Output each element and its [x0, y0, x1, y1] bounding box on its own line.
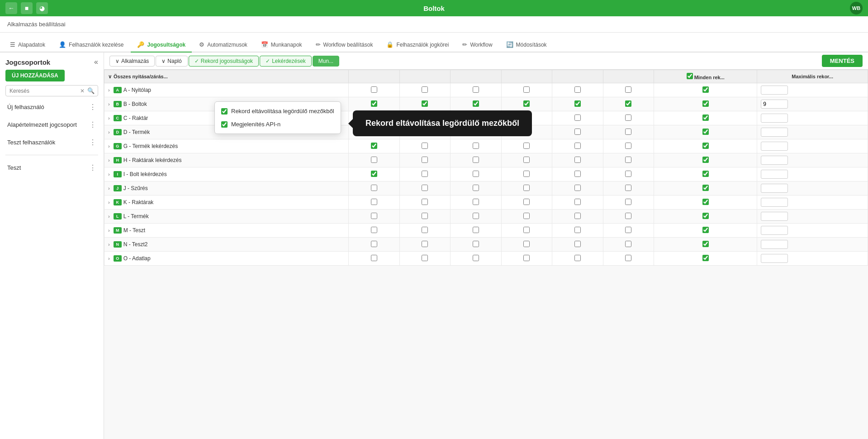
row-checkbox-4[interactable]	[574, 143, 581, 149]
row-checkbox-1[interactable]	[422, 241, 428, 247]
row-checkbox-4[interactable]	[574, 227, 581, 233]
row-checkbox-2[interactable]	[473, 255, 479, 261]
group-menu-button-1[interactable]: ⋮	[89, 120, 96, 129]
row-checkbox-5[interactable]	[625, 213, 631, 219]
row-expand-button[interactable]: ›	[108, 256, 110, 261]
row-checkbox-5[interactable]	[625, 129, 631, 135]
save-button[interactable]: MENTÉS	[822, 55, 863, 67]
row-minden-rek-checkbox[interactable]	[702, 213, 709, 219]
tab-alapadatok[interactable]: ☰ Alapadatok	[4, 38, 52, 52]
row-checkbox-1[interactable]	[422, 100, 428, 107]
row-minden-rek-checkbox[interactable]	[702, 100, 709, 107]
sidebar-collapse-button[interactable]: «	[94, 58, 98, 66]
group-menu-button-2[interactable]: ⋮	[89, 138, 96, 147]
tab-felhasznalok-jogkorei[interactable]: 🔒 Felhasználók jogkörei	[380, 38, 455, 52]
row-checkbox-1[interactable]	[422, 143, 428, 149]
row-minden-rek-checkbox[interactable]	[702, 129, 709, 135]
minden-rek-header-checkbox[interactable]	[687, 73, 693, 79]
row-max-rekord-input[interactable]	[761, 142, 788, 151]
row-checkbox-2[interactable]	[473, 185, 479, 191]
row-checkbox-4[interactable]	[574, 213, 581, 219]
user-avatar[interactable]: WB	[850, 2, 863, 14]
row-checkbox-0[interactable]	[371, 157, 377, 163]
search-clear-button[interactable]: ✕	[80, 88, 85, 94]
clock-button[interactable]: ◕	[36, 2, 48, 14]
row-checkbox-4[interactable]	[574, 86, 581, 93]
tab-workflow-beallitasok[interactable]: ✏ Workflow beállítások	[309, 38, 379, 52]
row-checkbox-5[interactable]	[625, 241, 631, 247]
row-checkbox-2[interactable]	[473, 171, 479, 177]
row-checkbox-0[interactable]	[371, 86, 377, 93]
row-max-rekord-input[interactable]	[761, 226, 788, 235]
row-checkbox-4[interactable]	[574, 255, 581, 261]
tab-modositasok[interactable]: 🔄 Módosítások	[500, 38, 553, 52]
rekord-eltavolitasa-checkbox[interactable]	[221, 108, 228, 115]
row-minden-rek-checkbox[interactable]	[702, 171, 709, 177]
sidebar-item-teszt[interactable]: Teszt ⋮	[5, 161, 98, 175]
tab-felhasznalok[interactable]: 👤 Felhasználók kezelése	[52, 38, 130, 52]
row-max-rekord-input[interactable]	[761, 212, 788, 221]
row-checkbox-5[interactable]	[625, 185, 631, 191]
row-expand-button[interactable]: ›	[108, 87, 110, 93]
row-checkbox-4[interactable]	[574, 157, 581, 163]
row-checkbox-4[interactable]	[574, 129, 581, 135]
row-minden-rek-checkbox[interactable]	[702, 143, 709, 149]
row-checkbox-4[interactable]	[574, 115, 581, 121]
row-expand-button[interactable]: ›	[108, 214, 110, 219]
row-checkbox-3[interactable]	[523, 171, 530, 177]
row-checkbox-0[interactable]	[371, 100, 377, 107]
row-checkbox-1[interactable]	[422, 227, 428, 233]
row-minden-rek-checkbox[interactable]	[702, 227, 709, 233]
row-checkbox-3[interactable]	[523, 100, 530, 107]
row-checkbox-0[interactable]	[371, 199, 377, 205]
row-checkbox-3[interactable]	[523, 255, 530, 261]
row-checkbox-2[interactable]	[473, 227, 479, 233]
row-max-rekord-input[interactable]	[761, 254, 788, 263]
row-checkbox-3[interactable]	[523, 157, 530, 163]
add-group-button[interactable]: ÚJ HOZZÁADÁSA	[5, 70, 65, 81]
row-checkbox-0[interactable]	[371, 255, 377, 261]
row-checkbox-2[interactable]	[473, 213, 479, 219]
row-checkbox-2[interactable]	[473, 100, 479, 107]
row-max-rekord-input[interactable]	[761, 240, 788, 249]
sidebar-item-alapertelmezett[interactable]: Alapértelmezett jogcsoport ⋮	[5, 118, 98, 132]
row-checkbox-4[interactable]	[574, 185, 581, 191]
row-checkbox-1[interactable]	[422, 255, 428, 261]
subnav-naplo[interactable]: ∨ Napló	[156, 56, 187, 67]
megjelentes-api-checkbox[interactable]	[221, 121, 228, 128]
tab-jogosultsagok[interactable]: 🔑 Jogosultságok	[131, 38, 192, 52]
row-max-rekord-input[interactable]	[761, 86, 788, 95]
group-menu-button-0[interactable]: ⋮	[89, 103, 96, 111]
row-checkbox-0[interactable]	[371, 143, 377, 149]
row-checkbox-1[interactable]	[422, 185, 428, 191]
search-input[interactable]	[9, 88, 77, 94]
dropdown-item-megjelentes-api[interactable]: Megjelenítés API-n	[215, 118, 341, 131]
row-expand-button[interactable]: ›	[108, 129, 110, 135]
row-expand-button[interactable]: ›	[108, 200, 110, 205]
row-minden-rek-checkbox[interactable]	[702, 86, 709, 93]
row-checkbox-2[interactable]	[473, 157, 479, 163]
row-max-rekord-input[interactable]	[761, 184, 788, 193]
row-max-rekord-input[interactable]	[761, 100, 788, 109]
row-checkbox-4[interactable]	[574, 171, 581, 177]
row-expand-button[interactable]: ›	[108, 157, 110, 163]
row-minden-rek-checkbox[interactable]	[702, 115, 709, 121]
row-expand-button[interactable]: ›	[108, 228, 110, 233]
row-checkbox-3[interactable]	[523, 241, 530, 247]
row-minden-rek-checkbox[interactable]	[702, 241, 709, 247]
row-minden-rek-checkbox[interactable]	[702, 157, 709, 163]
row-minden-rek-checkbox[interactable]	[702, 185, 709, 191]
row-max-rekord-input[interactable]	[761, 114, 788, 123]
row-checkbox-5[interactable]	[625, 157, 631, 163]
back-button[interactable]: ←	[5, 2, 17, 14]
dropdown-item-rekord-eltavolitasa[interactable]: Rekord eltávolítása legördülő mezőkből	[215, 105, 341, 118]
row-checkbox-3[interactable]	[523, 227, 530, 233]
row-checkbox-4[interactable]	[574, 199, 581, 205]
row-checkbox-5[interactable]	[625, 255, 631, 261]
row-checkbox-5[interactable]	[625, 115, 631, 121]
tab-munkanapok[interactable]: 📅 Munkanapok	[255, 38, 308, 52]
row-checkbox-3[interactable]	[523, 185, 530, 191]
row-expand-button[interactable]: ›	[108, 242, 110, 247]
row-max-rekord-input[interactable]	[761, 156, 788, 165]
row-checkbox-1[interactable]	[422, 213, 428, 219]
